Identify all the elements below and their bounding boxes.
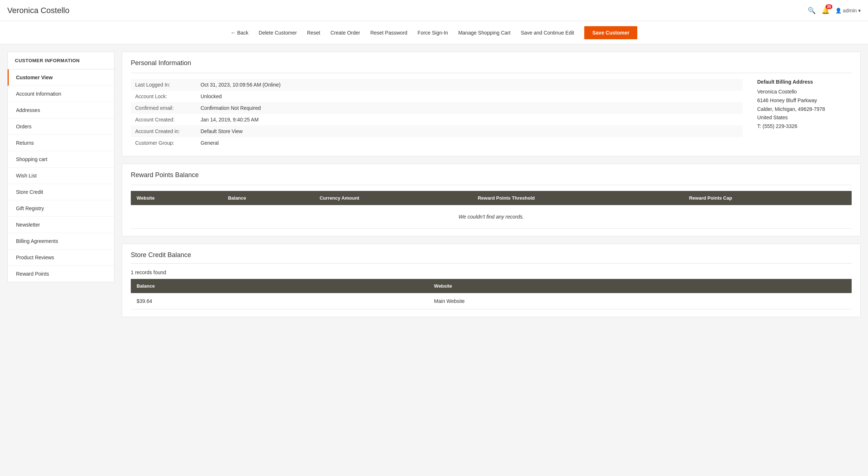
personal-info-title: Personal Information bbox=[131, 59, 852, 67]
action-bar-inner: ← Back Delete Customer Reset Create Orde… bbox=[231, 26, 637, 39]
sidebar-item-wish-list[interactable]: Wish List bbox=[8, 168, 114, 184]
save-customer-button[interactable]: Save Customer bbox=[584, 26, 637, 39]
table-row: $39.64Main Website bbox=[131, 293, 852, 309]
billing-city-state: Calder, Michigan, 49628-7978 bbox=[757, 105, 852, 114]
sidebar-item-account-information[interactable]: Account Information bbox=[8, 86, 114, 102]
delete-customer-button[interactable]: Delete Customer bbox=[259, 28, 297, 37]
info-value: Default Store View bbox=[201, 128, 738, 134]
store-credit-col-header: Balance bbox=[131, 279, 428, 293]
reset-password-button[interactable]: Reset Password bbox=[370, 28, 407, 37]
billing-address: Default Billing Address Veronica Costell… bbox=[757, 79, 852, 149]
info-label: Account Created in: bbox=[135, 128, 201, 134]
page-title: Veronica Costello bbox=[7, 6, 69, 15]
reward-points-section: Reward Points Balance WebsiteBalanceCurr… bbox=[122, 164, 861, 236]
store-credit-col-header: Website bbox=[428, 279, 852, 293]
info-table: Last Logged In:Oct 31, 2023, 10:09:56 AM… bbox=[131, 79, 743, 149]
info-row: Account Created:Jan 14, 2019, 9:40:25 AM bbox=[131, 114, 743, 125]
reset-button[interactable]: Reset bbox=[307, 28, 320, 37]
info-label: Account Lock: bbox=[135, 93, 201, 99]
notification-icon[interactable]: 🔔 39 bbox=[821, 7, 829, 15]
chevron-down-icon: ▾ bbox=[858, 8, 861, 13]
sidebar-item-returns[interactable]: Returns bbox=[8, 135, 114, 151]
info-row: Account Created in:Default Store View bbox=[131, 125, 743, 137]
reward-points-col-header: Reward Points Cap bbox=[683, 191, 852, 205]
sidebar-item-newsletter[interactable]: Newsletter bbox=[8, 217, 114, 233]
admin-user[interactable]: 👤 admin ▾ bbox=[835, 8, 861, 13]
personal-information-section: Personal Information Last Logged In:Oct … bbox=[122, 52, 861, 156]
sidebar-item-addresses[interactable]: Addresses bbox=[8, 102, 114, 119]
create-order-button[interactable]: Create Order bbox=[330, 28, 360, 37]
store-credit-table-body: $39.64Main Website bbox=[131, 293, 852, 309]
reward-points-col-header: Reward Points Threshold bbox=[472, 191, 683, 205]
force-signin-button[interactable]: Force Sign-In bbox=[417, 28, 448, 37]
manage-shopping-cart-button[interactable]: Manage Shopping Cart bbox=[458, 28, 510, 37]
info-value: Confirmation Not Required bbox=[201, 105, 738, 111]
info-row: Account Lock:Unlocked bbox=[131, 91, 743, 102]
sidebar-item-reward-points[interactable]: Reward Points bbox=[8, 266, 114, 282]
content-panel: Personal Information Last Logged In:Oct … bbox=[122, 52, 861, 469]
sidebar-item-store-credit[interactable]: Store Credit bbox=[8, 184, 114, 200]
reward-points-col-header: Website bbox=[131, 191, 222, 205]
reward-points-title: Reward Points Balance bbox=[131, 171, 852, 179]
section-divider bbox=[131, 73, 852, 73]
info-label: Last Logged In: bbox=[135, 82, 201, 88]
info-value: Jan 14, 2019, 9:40:25 AM bbox=[201, 117, 738, 123]
sidebar-item-orders[interactable]: Orders bbox=[8, 119, 114, 135]
info-label: Account Created: bbox=[135, 117, 201, 123]
info-value: Unlocked bbox=[201, 93, 738, 99]
info-label: Confirmed email: bbox=[135, 105, 201, 111]
sidebar-item-shopping-cart[interactable]: Shopping cart bbox=[8, 151, 114, 168]
back-button[interactable]: ← Back bbox=[231, 28, 249, 37]
sidebar-item-product-reviews[interactable]: Product Reviews bbox=[8, 249, 114, 266]
billing-address-title: Default Billing Address bbox=[757, 79, 852, 85]
sidebar-items-container: Customer ViewAccount InformationAddresse… bbox=[8, 69, 114, 282]
billing-country: United States bbox=[757, 113, 852, 122]
reward-points-no-records: We couldn't find any records. bbox=[131, 205, 852, 229]
info-row: Last Logged In:Oct 31, 2023, 10:09:56 AM… bbox=[131, 79, 743, 91]
sidebar-header: CUSTOMER INFORMATION bbox=[8, 52, 114, 69]
billing-street: 6146 Honey Bluff Parkway bbox=[757, 96, 852, 105]
main-content: CUSTOMER INFORMATION Customer ViewAccoun… bbox=[0, 44, 868, 476]
reward-points-divider bbox=[131, 185, 852, 185]
billing-name: Veronica Costello bbox=[757, 88, 852, 96]
store-credit-table-header: BalanceWebsite bbox=[131, 279, 852, 293]
info-value: General bbox=[201, 140, 738, 146]
save-continue-edit-button[interactable]: Save and Continue Edit bbox=[521, 28, 574, 37]
store-credit-balance: $39.64 bbox=[131, 293, 428, 309]
header-icons: 🔍 🔔 39 👤 admin ▾ bbox=[808, 7, 861, 15]
store-credit-divider bbox=[131, 263, 852, 264]
info-value: Oct 31, 2023, 10:09:56 AM (Online) bbox=[201, 82, 738, 88]
store-credit-table: BalanceWebsite $39.64Main Website bbox=[131, 279, 852, 309]
billing-phone: T: (555) 229-3326 bbox=[757, 122, 852, 131]
reward-points-table-header: WebsiteBalanceCurrency AmountReward Poin… bbox=[131, 191, 852, 205]
info-row: Confirmed email:Confirmation Not Require… bbox=[131, 102, 743, 114]
reward-points-table: WebsiteBalanceCurrency AmountReward Poin… bbox=[131, 191, 852, 229]
store-credit-website: Main Website bbox=[428, 293, 852, 309]
info-row: Customer Group:General bbox=[131, 137, 743, 149]
reward-points-col-header: Currency Amount bbox=[314, 191, 472, 205]
store-credit-title: Store Credit Balance bbox=[131, 251, 852, 259]
admin-label: admin bbox=[843, 8, 857, 13]
store-credit-count: 1 records found bbox=[131, 269, 852, 275]
store-credit-section: Store Credit Balance 1 records found Bal… bbox=[122, 244, 861, 317]
user-icon: 👤 bbox=[835, 8, 841, 13]
sidebar-item-gift-registry[interactable]: Gift Registry bbox=[8, 200, 114, 217]
action-bar: ← Back Delete Customer Reset Create Orde… bbox=[0, 21, 868, 44]
notification-badge: 39 bbox=[825, 4, 832, 9]
personal-info-grid: Last Logged In:Oct 31, 2023, 10:09:56 AM… bbox=[131, 79, 852, 149]
reward-points-no-records-row: We couldn't find any records. bbox=[131, 205, 852, 229]
sidebar: CUSTOMER INFORMATION Customer ViewAccoun… bbox=[7, 52, 114, 282]
sidebar-item-customer-view[interactable]: Customer View bbox=[8, 69, 114, 86]
info-label: Customer Group: bbox=[135, 140, 201, 146]
reward-points-col-header: Balance bbox=[222, 191, 314, 205]
sidebar-item-billing-agreements[interactable]: Billing Agreements bbox=[8, 233, 114, 249]
search-icon[interactable]: 🔍 bbox=[808, 7, 816, 15]
top-header: Veronica Costello 🔍 🔔 39 👤 admin ▾ bbox=[0, 0, 868, 21]
